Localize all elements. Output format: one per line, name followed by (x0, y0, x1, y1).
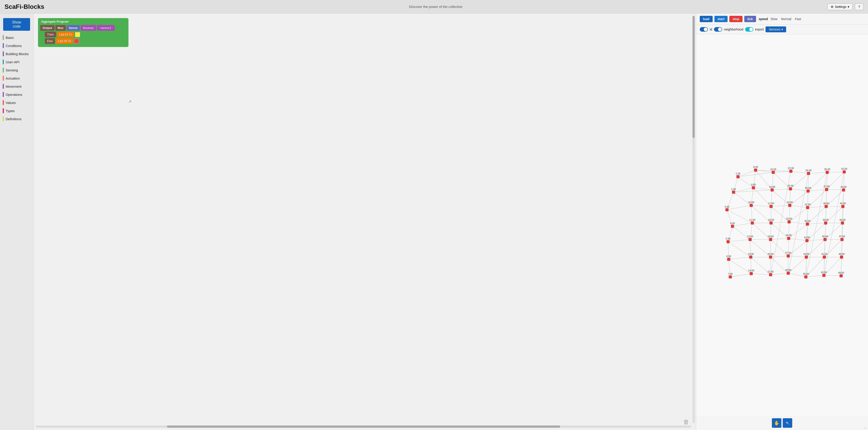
settings-button[interactable]: ⚙ Settings ▾ (827, 3, 853, 10)
tick-button[interactable]: tick (744, 16, 756, 22)
led-all-to-else-block[interactable]: Led All To (56, 38, 73, 44)
node-21.00[interactable]: 21.00 (768, 270, 774, 276)
else-block[interactable]: Else (45, 38, 55, 44)
network-graph[interactable]: 1.002.003.004.005.006.007.008.009.0010.0… (696, 34, 868, 416)
node-46.00[interactable]: 46.00 (839, 219, 846, 225)
sidebar-item-sensing[interactable]: Sensing (0, 66, 33, 74)
sidebar-item-building-blocks[interactable]: Building Blocks (0, 50, 33, 58)
neighborhood-toggle[interactable] (714, 27, 722, 32)
svg-rect-173 (788, 204, 791, 207)
sidebar-item-movement[interactable]: Movement (0, 82, 33, 90)
sensors-button[interactable]: Sensors ▾ (766, 27, 786, 32)
sidebar-item-user-api[interactable]: User-API (0, 58, 33, 66)
node-44.00[interactable]: 44.00 (840, 186, 846, 192)
node-34.00[interactable]: 34.00 (803, 253, 809, 259)
node-36.00[interactable]: 36.00 (824, 168, 830, 174)
node-18.00[interactable]: 18.00 (768, 219, 774, 225)
start-button[interactable]: start (714, 16, 727, 22)
sidebar-item-operations[interactable]: Operations (0, 90, 33, 99)
id-toggle[interactable] (700, 27, 708, 32)
sidebar-item-basic[interactable]: Basic (0, 33, 33, 41)
vertical-scrollbar-thumb[interactable] (692, 16, 695, 138)
node-49.00[interactable]: 49.00 (838, 271, 844, 277)
node-41.00[interactable]: 41.00 (822, 253, 828, 259)
sidebar-item-conditions[interactable]: Conditions (0, 41, 33, 50)
sense-block[interactable]: Sense (67, 25, 80, 31)
sidebar-color-building-blocks (3, 51, 4, 56)
svg-rect-217 (841, 222, 844, 225)
svg-rect-181 (786, 272, 790, 275)
svg-rect-187 (806, 206, 809, 209)
node-17.00[interactable]: 17.00 (768, 202, 774, 208)
node-48.00[interactable]: 48.00 (839, 253, 845, 259)
speed-fast[interactable]: Fast (794, 17, 802, 21)
speed-normal[interactable]: Normal (780, 17, 792, 21)
aggregate-program-block[interactable]: Aggregate Program Output Mux Sense Boole… (38, 18, 128, 47)
sidebar-item-definitions[interactable]: Definitions (0, 115, 33, 123)
svg-text:20.00: 20.00 (768, 253, 774, 255)
sidebar-item-actuation[interactable]: Actuation (0, 74, 33, 82)
node-35.00[interactable]: 35.00 (803, 272, 809, 278)
output-block[interactable]: Output (40, 25, 55, 31)
then-block[interactable]: Then (45, 32, 56, 37)
mux-block[interactable]: Mux (55, 25, 66, 31)
speed-slow[interactable]: Slow (770, 17, 778, 21)
color-yellow-block[interactable] (75, 32, 80, 37)
svg-rect-197 (826, 171, 829, 174)
svg-line-88 (808, 206, 826, 208)
help-button[interactable]: ? (855, 3, 864, 10)
color-red-block[interactable] (74, 39, 79, 44)
export-toggle[interactable] (745, 27, 753, 32)
node-37.00[interactable]: 37.00 (824, 185, 830, 191)
node-20.00[interactable]: 20.00 (768, 253, 774, 259)
node-23.00[interactable]: 23.00 (787, 185, 794, 191)
svg-text:33.00: 33.00 (804, 236, 810, 239)
boolean-block[interactable]: Boolean (81, 25, 96, 31)
node-30.00[interactable]: 30.00 (805, 187, 811, 193)
node-16.00[interactable]: 16.00 (769, 186, 775, 192)
node-40.00[interactable]: 40.00 (822, 235, 828, 241)
node-3.00[interactable]: 3.00 (724, 205, 730, 211)
node-38.00[interactable]: 38.00 (823, 202, 829, 208)
node-1.00[interactable]: 1.00 (736, 172, 740, 178)
node-29.00[interactable]: 29.00 (806, 169, 812, 175)
node-2.00[interactable]: 2.00 (731, 188, 736, 194)
sensor-name-block[interactable]: " sensor1 " (97, 25, 115, 31)
node-42.00[interactable]: 42.00 (821, 271, 827, 277)
led-all-to-then-block[interactable]: Led All To (57, 32, 74, 37)
node-39.00[interactable]: 39.00 (823, 219, 829, 225)
node-33.00[interactable]: 33.00 (804, 236, 810, 242)
node-22.00[interactable]: 22.00 (788, 167, 794, 173)
node-43.00[interactable]: 43.00 (841, 167, 847, 173)
cursor-tool-button[interactable]: ↖ (783, 418, 792, 428)
show-code-button[interactable]: Show code (3, 18, 30, 31)
node-28.00[interactable]: 28.00 (785, 269, 791, 275)
resize-handle[interactable]: ⤡ (864, 426, 868, 430)
vertical-scrollbar[interactable] (692, 16, 695, 423)
node-4.00[interactable]: 4.00 (730, 222, 735, 228)
pan-tool-button[interactable]: ✋ (772, 418, 781, 428)
sidebar-label-definitions: Definitions (6, 117, 22, 121)
svg-line-102 (827, 172, 844, 172)
node-27.00[interactable]: 27.00 (785, 252, 791, 258)
horizontal-scrollbar-thumb[interactable] (167, 426, 560, 428)
sidebar-item-types[interactable]: Types (0, 107, 33, 115)
node-32.00[interactable]: 32.00 (804, 220, 811, 226)
node-45.00[interactable]: 45.00 (840, 202, 846, 208)
load-button[interactable]: load (700, 16, 713, 22)
sidebar-item-values[interactable]: Values (0, 99, 33, 107)
node-7.00[interactable]: 7.00 (728, 272, 733, 278)
node-19.00[interactable]: 19.00 (768, 235, 774, 241)
trash-icon[interactable]: 🗑 (683, 419, 689, 426)
stop-button[interactable]: stop (730, 16, 742, 22)
node-31.00[interactable]: 31.00 (805, 203, 811, 209)
node-9.00[interactable]: 9.00 (751, 183, 756, 189)
horizontal-scrollbar[interactable] (36, 426, 691, 428)
svg-text:14.00: 14.00 (748, 269, 754, 272)
node-5.00[interactable]: 5.00 (726, 237, 731, 243)
blockly-workspace[interactable]: Aggregate Program Output Mux Sense Boole… (33, 13, 696, 430)
node-47.00[interactable]: 47.00 (839, 235, 845, 241)
node-11.00[interactable]: 11.00 (749, 219, 755, 225)
network-svg: 1.002.003.004.005.006.007.008.009.0010.0… (696, 34, 868, 416)
node-6.00[interactable]: 6.00 (726, 255, 731, 261)
